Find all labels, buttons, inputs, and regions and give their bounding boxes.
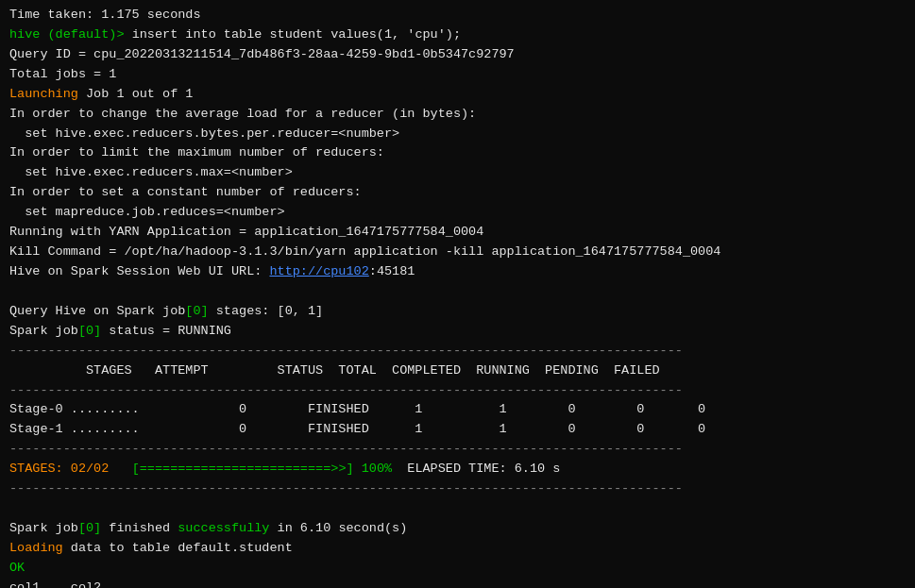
time-taken-line: Time taken: 1.175 seconds [9, 6, 906, 25]
columns-line: col1 col2 [9, 579, 906, 588]
spark-ui-line: Hive on Spark Session Web UI URL: http:/… [9, 262, 906, 282]
stage-1-row: Stage-1 ......... 0 FINISHED 1 1 0 0 0 [9, 420, 906, 440]
separator-4: ----------------------------------------… [9, 479, 906, 499]
blank-line-1 [9, 282, 906, 302]
separator-2: ----------------------------------------… [9, 381, 906, 401]
separator-1: ----------------------------------------… [9, 342, 906, 361]
blank-line-2 [9, 499, 906, 519]
progress-line: STAGES: 02/02 [=========================… [9, 460, 906, 479]
spark-finished-line: Spark job[0] finished successfully in 6.… [9, 519, 906, 539]
yarn-line: Running with YARN Application = applicat… [9, 223, 906, 243]
reducer-info-3: In order to limit the maximum number of … [9, 143, 906, 163]
query-id-line: Query ID = cpu_20220313211514_7db486f3-2… [9, 45, 906, 65]
separator-3: ----------------------------------------… [9, 440, 906, 460]
reducer-info-6: set mapreduce.job.reduces=<number> [9, 203, 906, 223]
reducer-info-5: In order to set a constant number of red… [9, 183, 906, 203]
reducer-info-1: In order to change the average load for … [9, 105, 906, 125]
reducer-info-2: set hive.exec.reducers.bytes.per.reducer… [9, 125, 906, 144]
spark-stages-line: Query Hive on Spark job[0] stages: [0, 1… [9, 302, 906, 322]
total-jobs-line: Total jobs = 1 [9, 65, 906, 85]
spark-status-line: Spark job[0] status = RUNNING [9, 322, 906, 342]
loading-line: Loading data to table default.student [9, 539, 906, 559]
insert-command-line: hive (default)> insert into table studen… [9, 25, 906, 45]
launching-line: Launching Job 1 out of 1 [9, 85, 906, 105]
kill-command-line: Kill Command = /opt/ha/hadoop-3.1.3/bin/… [9, 243, 906, 262]
stage-0-row: Stage-0 ......... 0 FINISHED 1 1 0 0 0 [9, 400, 906, 420]
stages-header: STAGES ATTEMPT STATUS TOTAL COMPLETED RU… [9, 361, 906, 381]
terminal: Time taken: 1.175 seconds hive (default)… [0, 0, 915, 588]
reducer-info-4: set hive.exec.reducers.max=<number> [9, 163, 906, 183]
ok-line: OK [9, 559, 906, 579]
